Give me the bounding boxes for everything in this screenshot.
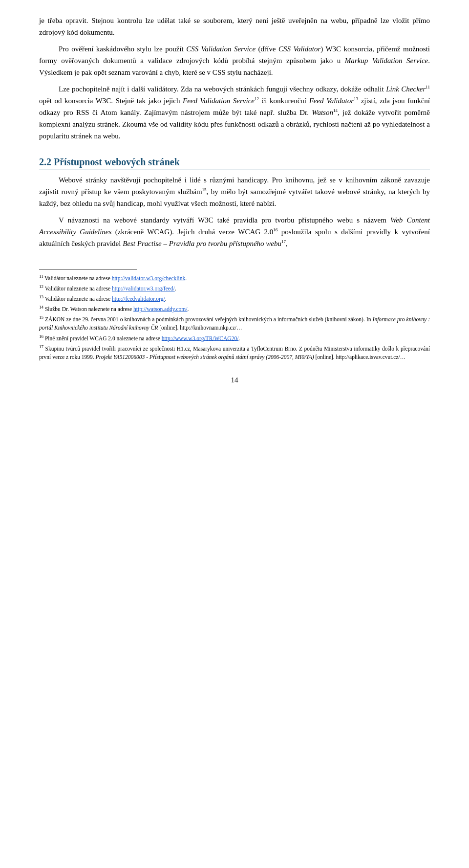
footnote-11: 11 Validátor naleznete na adrese http://… xyxy=(39,273,430,283)
paragraph-1: je třeba opravit. Stejnou kontrolu lze u… xyxy=(39,15,430,38)
footnote-17: 17 Skupinu tvůrců pravidel tvořili praco… xyxy=(39,344,430,361)
page-number: 14 xyxy=(39,376,430,384)
section-heading-2-2: 2.2 Přístupnost webových stránek xyxy=(39,156,430,170)
section-paragraph-1: Webové stránky navštěvují pochopitelně i… xyxy=(39,174,430,209)
footnotes-divider xyxy=(39,269,137,269)
footnote-11-link[interactable]: http://validator.w3.org/checklink xyxy=(112,275,186,281)
page: je třeba opravit. Stejnou kontrolu lze u… xyxy=(0,0,469,868)
paragraph-3: Lze pochopitelně najít i další validátor… xyxy=(39,83,430,142)
footnote-14: 14 Službu Dr. Watson naleznete na adrese… xyxy=(39,304,430,313)
footnote-15: 15 ZÁKON ze dne 29. června 2001 o knihov… xyxy=(39,314,430,332)
footnote-12: 12 Validátor naleznete na adrese http://… xyxy=(39,284,430,293)
paragraph-2: Pro ověření kaskádového stylu lze použít… xyxy=(39,43,430,78)
section-paragraph-2: V návaznosti na webové standardy vytváří… xyxy=(39,214,430,249)
footnote-14-link[interactable]: http://watson.addy.com/ xyxy=(133,306,187,312)
footnote-13-link[interactable]: http://feedvalidator.org/ xyxy=(112,296,165,302)
footnote-16-link[interactable]: http://www.w3.org/TR/WCAG20/ xyxy=(162,335,239,341)
footnote-12-link[interactable]: http://validator.w3.org/feed/ xyxy=(112,286,175,291)
footnote-16: 16 Plné znění pravidel WCAG 2.0 naleznet… xyxy=(39,334,430,343)
footnote-13: 13 Validátor naleznete na adrese http://… xyxy=(39,294,430,303)
